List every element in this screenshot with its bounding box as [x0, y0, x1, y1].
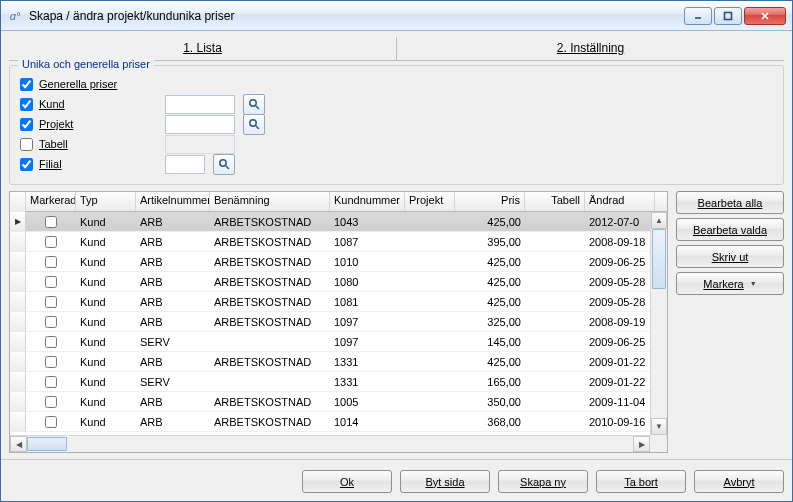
- cell-benamning: ARBETSKOSTNAD: [210, 276, 330, 288]
- cell-andrad: 2008-09-19: [585, 316, 655, 328]
- table-row[interactable]: KundARBARBETSKOSTNAD1010425,002009-06-25: [10, 252, 667, 272]
- row-checkbox[interactable]: [45, 296, 57, 308]
- row-checkbox[interactable]: [45, 336, 57, 348]
- col-projekt[interactable]: Projekt: [405, 192, 455, 211]
- col-benamning[interactable]: Benämning: [210, 192, 330, 211]
- vertical-scrollbar[interactable]: ▲ ▼: [650, 212, 667, 435]
- row-header[interactable]: [10, 392, 26, 412]
- row-header-corner: [10, 192, 26, 212]
- btn-bearbeta-alla[interactable]: Bearbeta alla: [676, 191, 784, 214]
- row-checkbox[interactable]: [45, 316, 57, 328]
- chk-kund[interactable]: [20, 98, 33, 111]
- minimize-button[interactable]: [684, 7, 712, 25]
- row-header[interactable]: [10, 252, 26, 272]
- row-header[interactable]: [10, 292, 26, 312]
- input-projekt[interactable]: [165, 115, 235, 134]
- row-header[interactable]: [10, 332, 26, 352]
- price-grid[interactable]: Markerad Typ Artikelnummer Benämning Kun…: [9, 191, 668, 453]
- table-row[interactable]: KundARBARBETSKOSTNAD1080425,002009-05-28: [10, 272, 667, 292]
- table-row[interactable]: KundARBARBETSKOSTNAD1097325,002008-09-19: [10, 312, 667, 332]
- cell-benamning: ARBETSKOSTNAD: [210, 296, 330, 308]
- cell-kundnr: 1331: [330, 356, 405, 368]
- btn-avbryt[interactable]: Avbryt: [694, 470, 784, 493]
- btn-skapa-ny[interactable]: Skapa ny: [498, 470, 588, 493]
- row-header[interactable]: [10, 372, 26, 392]
- row-header[interactable]: [10, 212, 26, 232]
- chk-filial[interactable]: [20, 158, 33, 171]
- input-kund[interactable]: [165, 95, 235, 114]
- row-checkbox[interactable]: [45, 256, 57, 268]
- hscroll-thumb[interactable]: [27, 437, 67, 451]
- table-row[interactable]: KundARBARBETSKOSTNAD1087395,002008-09-18: [10, 232, 667, 252]
- vscroll-thumb[interactable]: [652, 229, 666, 289]
- col-markerad[interactable]: Markerad: [26, 192, 76, 211]
- cell-typ: Kund: [76, 276, 136, 288]
- cell-benamning: ARBETSKOSTNAD: [210, 356, 330, 368]
- lookup-projekt[interactable]: [243, 114, 265, 135]
- cell-benamning: ARBETSKOSTNAD: [210, 396, 330, 408]
- col-artikelnr[interactable]: Artikelnummer: [136, 192, 210, 211]
- table-row[interactable]: KundARBARBETSKOSTNAD1331425,002009-01-22: [10, 352, 667, 372]
- cell-pris: 395,00: [455, 236, 525, 248]
- cell-markerad: [26, 296, 76, 308]
- btn-ta-bort[interactable]: Ta bort: [596, 470, 686, 493]
- lbl-generella: Generella priser: [39, 78, 159, 90]
- svg-line-7: [256, 126, 259, 129]
- row-header[interactable]: [10, 272, 26, 292]
- row-checkbox[interactable]: [45, 356, 57, 368]
- input-filial[interactable]: [165, 155, 205, 174]
- scroll-left-button[interactable]: ◀: [10, 436, 27, 452]
- maximize-button[interactable]: [714, 7, 742, 25]
- row-checkbox[interactable]: [45, 396, 57, 408]
- table-row[interactable]: KundSERV1097145,002009-06-25: [10, 332, 667, 352]
- row-header[interactable]: [10, 312, 26, 332]
- cell-kundnr: 1043: [330, 216, 405, 228]
- row-header[interactable]: [10, 412, 26, 432]
- cell-markerad: [26, 416, 76, 428]
- row-checkbox[interactable]: [45, 376, 57, 388]
- tab-installning[interactable]: 2. Inställning: [397, 37, 784, 60]
- table-row[interactable]: KundARBARBETSKOSTNAD1014368,002010-09-16: [10, 412, 667, 432]
- table-row[interactable]: KundSERV1331165,002009-01-22: [10, 372, 667, 392]
- chk-projekt[interactable]: [20, 118, 33, 131]
- col-andrad[interactable]: Ändrad: [585, 192, 655, 211]
- table-row[interactable]: KundARBARBETSKOSTNAD1005350,002009-11-04: [10, 392, 667, 412]
- cell-typ: Kund: [76, 316, 136, 328]
- btn-byt-sida[interactable]: Byt sida: [400, 470, 490, 493]
- footer-bar: Ok Byt sida Skapa ny Ta bort Avbryt: [1, 459, 792, 501]
- tab-lista[interactable]: 1. Lista: [9, 37, 397, 60]
- scroll-right-button[interactable]: ▶: [633, 436, 650, 452]
- btn-skriv-ut[interactable]: Skriv ut: [676, 245, 784, 268]
- btn-ok[interactable]: Ok: [302, 470, 392, 493]
- lookup-filial[interactable]: [213, 154, 235, 175]
- cell-andrad: 2008-09-18: [585, 236, 655, 248]
- input-tabell: [165, 135, 235, 154]
- horizontal-scrollbar[interactable]: ◀ ▶: [10, 435, 650, 452]
- chk-tabell[interactable]: [20, 138, 33, 151]
- table-row[interactable]: KundARBARBETSKOSTNAD1043425,002012-07-0: [10, 212, 667, 232]
- table-row[interactable]: KundARBARBETSKOSTNAD1081425,002009-05-28: [10, 292, 667, 312]
- col-kundnr[interactable]: Kundnummer: [330, 192, 405, 211]
- row-checkbox[interactable]: [45, 276, 57, 288]
- scroll-corner: [650, 435, 667, 452]
- btn-markera[interactable]: Markera▼: [676, 272, 784, 295]
- lookup-kund[interactable]: [243, 94, 265, 115]
- close-button[interactable]: [744, 7, 786, 25]
- scroll-down-button[interactable]: ▼: [651, 418, 667, 435]
- app-window: α° Skapa / ändra projekt/kundunika prise…: [0, 0, 793, 502]
- cell-artikelnr: ARB: [136, 356, 210, 368]
- chk-generella[interactable]: [20, 78, 33, 91]
- row-checkbox[interactable]: [45, 236, 57, 248]
- col-pris[interactable]: Pris: [455, 192, 525, 211]
- row-header[interactable]: [10, 352, 26, 372]
- cell-benamning: ARBETSKOSTNAD: [210, 236, 330, 248]
- titlebar[interactable]: α° Skapa / ändra projekt/kundunika prise…: [1, 1, 792, 31]
- row-checkbox[interactable]: [45, 216, 57, 228]
- btn-bearbeta-valda[interactable]: Bearbeta valda: [676, 218, 784, 241]
- scroll-up-button[interactable]: ▲: [651, 212, 667, 229]
- col-typ[interactable]: Typ: [76, 192, 136, 211]
- row-checkbox[interactable]: [45, 416, 57, 428]
- row-header[interactable]: [10, 232, 26, 252]
- col-tabell[interactable]: Tabell: [525, 192, 585, 211]
- cell-pris: 425,00: [455, 296, 525, 308]
